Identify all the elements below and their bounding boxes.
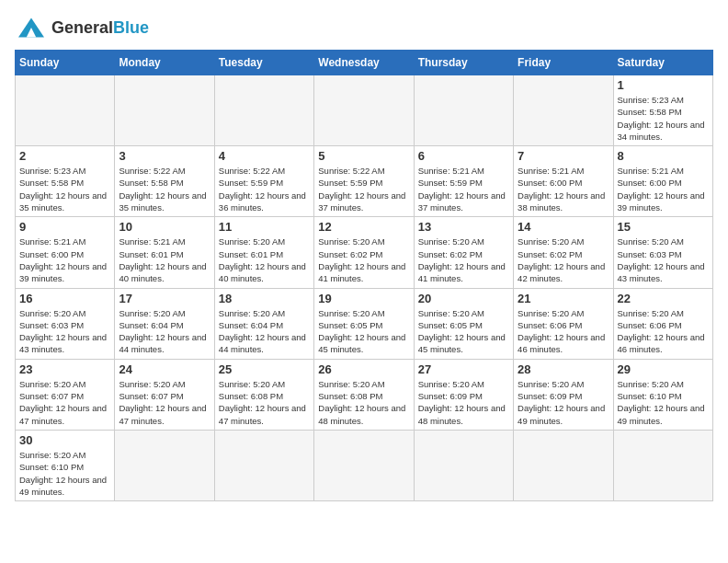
day-info: Sunrise: 5:21 AM Sunset: 6:00 PM Dayligh… (19, 236, 110, 284)
day-info: Sunrise: 5:22 AM Sunset: 5:59 PM Dayligh… (318, 165, 409, 213)
day-info: Sunrise: 5:20 AM Sunset: 6:07 PM Dayligh… (19, 378, 110, 427)
calendar-cell: 8Sunrise: 5:21 AM Sunset: 6:00 PM Daylig… (613, 146, 712, 217)
calendar-cell (613, 430, 712, 500)
calendar-cell (314, 430, 414, 500)
day-number: 17 (119, 292, 210, 305)
day-info: Sunrise: 5:20 AM Sunset: 6:07 PM Dayligh… (119, 378, 210, 427)
day-number: 8 (618, 149, 709, 163)
day-number: 2 (19, 149, 110, 163)
weekday-tuesday: Tuesday (214, 51, 313, 75)
day-info: Sunrise: 5:23 AM Sunset: 5:58 PM Dayligh… (618, 94, 709, 143)
calendar-week-2: 9Sunrise: 5:21 AM Sunset: 6:00 PM Daylig… (16, 217, 713, 288)
calendar-cell: 25Sunrise: 5:20 AM Sunset: 6:08 PM Dayli… (214, 359, 313, 430)
day-number: 9 (19, 220, 110, 234)
day-info: Sunrise: 5:21 AM Sunset: 6:01 PM Dayligh… (119, 236, 210, 284)
day-info: Sunrise: 5:20 AM Sunset: 6:09 PM Dayligh… (418, 378, 509, 427)
day-info: Sunrise: 5:20 AM Sunset: 6:04 PM Dayligh… (119, 307, 210, 356)
day-info: Sunrise: 5:20 AM Sunset: 6:03 PM Dayligh… (618, 236, 709, 284)
calendar-week-0: 1Sunrise: 5:23 AM Sunset: 5:58 PM Daylig… (16, 75, 713, 146)
day-info: Sunrise: 5:20 AM Sunset: 6:08 PM Dayligh… (219, 378, 310, 427)
calendar-cell: 17Sunrise: 5:20 AM Sunset: 6:04 PM Dayli… (115, 288, 214, 359)
calendar-cell: 6Sunrise: 5:21 AM Sunset: 5:59 PM Daylig… (414, 146, 513, 217)
weekday-sunday: Sunday (16, 51, 115, 75)
weekday-thursday: Thursday (414, 51, 513, 75)
day-info: Sunrise: 5:20 AM Sunset: 6:09 PM Dayligh… (518, 378, 609, 427)
day-info: Sunrise: 5:20 AM Sunset: 6:02 PM Dayligh… (518, 236, 609, 284)
calendar-cell: 18Sunrise: 5:20 AM Sunset: 6:04 PM Dayli… (214, 288, 313, 359)
calendar-cell: 2Sunrise: 5:23 AM Sunset: 5:58 PM Daylig… (16, 146, 115, 217)
calendar-cell (214, 430, 313, 500)
calendar-cell: 7Sunrise: 5:21 AM Sunset: 6:00 PM Daylig… (514, 146, 613, 217)
calendar-cell: 27Sunrise: 5:20 AM Sunset: 6:09 PM Dayli… (414, 359, 513, 430)
day-number: 25 (219, 362, 310, 376)
day-info: Sunrise: 5:20 AM Sunset: 6:01 PM Dayligh… (219, 236, 310, 284)
calendar-cell: 4Sunrise: 5:22 AM Sunset: 5:59 PM Daylig… (214, 146, 313, 217)
day-number: 27 (418, 362, 509, 376)
calendar-cell: 21Sunrise: 5:20 AM Sunset: 6:06 PM Dayli… (514, 288, 613, 359)
weekday-header-row: SundayMondayTuesdayWednesdayThursdayFrid… (16, 51, 713, 75)
weekday-wednesday: Wednesday (314, 51, 414, 75)
calendar-cell: 20Sunrise: 5:20 AM Sunset: 6:05 PM Dayli… (414, 288, 513, 359)
calendar-page: GeneralBlue SundayMondayTuesdayWednesday… (0, 0, 728, 511)
day-number: 11 (219, 220, 310, 234)
calendar-cell (214, 75, 313, 146)
calendar-body: 1Sunrise: 5:23 AM Sunset: 5:58 PM Daylig… (16, 75, 713, 501)
day-info: Sunrise: 5:22 AM Sunset: 5:59 PM Dayligh… (219, 165, 310, 213)
day-info: Sunrise: 5:22 AM Sunset: 5:58 PM Dayligh… (119, 165, 210, 213)
calendar-cell (115, 75, 214, 146)
day-number: 30 (19, 433, 110, 447)
day-number: 18 (219, 292, 310, 305)
logo-icon (15, 15, 48, 40)
calendar-cell: 19Sunrise: 5:20 AM Sunset: 6:05 PM Dayli… (314, 288, 414, 359)
logo-text: GeneralBlue (51, 19, 149, 36)
calendar-cell (414, 430, 513, 500)
calendar-header: SundayMondayTuesdayWednesdayThursdayFrid… (16, 51, 713, 75)
calendar-table: SundayMondayTuesdayWednesdayThursdayFrid… (15, 50, 713, 501)
calendar-cell: 12Sunrise: 5:20 AM Sunset: 6:02 PM Dayli… (314, 217, 414, 288)
day-number: 19 (318, 292, 409, 305)
day-number: 13 (418, 220, 509, 234)
day-number: 10 (119, 220, 210, 234)
day-info: Sunrise: 5:20 AM Sunset: 6:02 PM Dayligh… (318, 236, 409, 284)
day-number: 21 (518, 292, 609, 305)
day-number: 24 (119, 362, 210, 376)
day-info: Sunrise: 5:20 AM Sunset: 6:02 PM Dayligh… (418, 236, 509, 284)
calendar-cell: 30Sunrise: 5:20 AM Sunset: 6:10 PM Dayli… (16, 430, 115, 500)
day-number: 26 (318, 362, 409, 376)
calendar-cell: 11Sunrise: 5:20 AM Sunset: 6:01 PM Dayli… (214, 217, 313, 288)
day-number: 28 (518, 362, 609, 376)
calendar-cell: 15Sunrise: 5:20 AM Sunset: 6:03 PM Dayli… (613, 217, 712, 288)
calendar-cell: 23Sunrise: 5:20 AM Sunset: 6:07 PM Dayli… (16, 359, 115, 430)
day-number: 4 (219, 149, 310, 163)
weekday-monday: Monday (115, 51, 214, 75)
day-number: 1 (618, 78, 709, 92)
day-number: 29 (618, 362, 709, 376)
day-number: 12 (318, 220, 409, 234)
day-number: 16 (19, 292, 110, 305)
day-info: Sunrise: 5:20 AM Sunset: 6:10 PM Dayligh… (19, 449, 110, 498)
day-info: Sunrise: 5:20 AM Sunset: 6:06 PM Dayligh… (518, 307, 609, 356)
calendar-cell: 22Sunrise: 5:20 AM Sunset: 6:06 PM Dayli… (613, 288, 712, 359)
day-info: Sunrise: 5:21 AM Sunset: 6:00 PM Dayligh… (618, 165, 709, 213)
calendar-cell: 3Sunrise: 5:22 AM Sunset: 5:58 PM Daylig… (115, 146, 214, 217)
day-number: 7 (518, 149, 609, 163)
calendar-week-3: 16Sunrise: 5:20 AM Sunset: 6:03 PM Dayli… (16, 288, 713, 359)
day-info: Sunrise: 5:21 AM Sunset: 5:59 PM Dayligh… (418, 165, 509, 213)
day-number: 23 (19, 362, 110, 376)
day-info: Sunrise: 5:20 AM Sunset: 6:08 PM Dayligh… (318, 378, 409, 427)
calendar-cell: 24Sunrise: 5:20 AM Sunset: 6:07 PM Dayli… (115, 359, 214, 430)
calendar-cell: 29Sunrise: 5:20 AM Sunset: 6:10 PM Dayli… (613, 359, 712, 430)
calendar-cell: 26Sunrise: 5:20 AM Sunset: 6:08 PM Dayli… (314, 359, 414, 430)
day-info: Sunrise: 5:20 AM Sunset: 6:04 PM Dayligh… (219, 307, 310, 356)
day-number: 3 (119, 149, 210, 163)
calendar-cell (514, 75, 613, 146)
calendar-cell: 13Sunrise: 5:20 AM Sunset: 6:02 PM Dayli… (414, 217, 513, 288)
weekday-friday: Friday (514, 51, 613, 75)
day-info: Sunrise: 5:23 AM Sunset: 5:58 PM Dayligh… (19, 165, 110, 213)
weekday-saturday: Saturday (613, 51, 712, 75)
day-number: 20 (418, 292, 509, 305)
calendar-cell (514, 430, 613, 500)
day-info: Sunrise: 5:20 AM Sunset: 6:10 PM Dayligh… (618, 378, 709, 427)
day-number: 15 (618, 220, 709, 234)
calendar-cell: 5Sunrise: 5:22 AM Sunset: 5:59 PM Daylig… (314, 146, 414, 217)
